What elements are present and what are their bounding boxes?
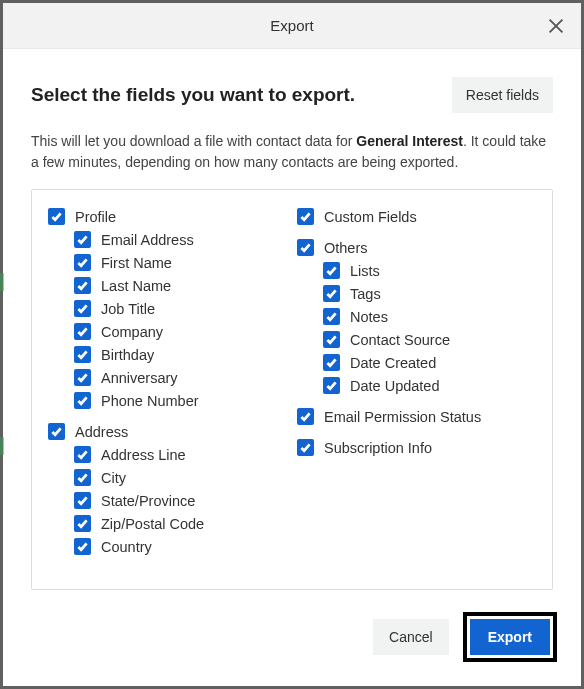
checkbox[interactable] <box>297 439 314 456</box>
field-group: Subscription Info <box>297 439 536 456</box>
reset-fields-button[interactable]: Reset fields <box>452 77 553 113</box>
decor-mark <box>0 437 4 455</box>
field-group: AddressAddress LineCityState/ProvinceZip… <box>48 423 287 555</box>
field-item: Country <box>48 538 287 555</box>
field-group-header: Others <box>297 239 536 256</box>
export-button[interactable]: Export <box>470 619 550 655</box>
field-item: City <box>48 469 287 486</box>
checkbox[interactable] <box>74 446 91 463</box>
field-item-label: Email Address <box>101 232 194 248</box>
checkbox[interactable] <box>74 392 91 409</box>
field-item-label: City <box>101 470 126 486</box>
checkbox[interactable] <box>323 262 340 279</box>
field-group-label: Email Permission Status <box>324 409 481 425</box>
field-item: Zip/Postal Code <box>48 515 287 532</box>
field-item-label: Date Created <box>350 355 436 371</box>
field-item-label: Company <box>101 324 163 340</box>
checkbox[interactable] <box>323 285 340 302</box>
dialog-footer: Cancel Export <box>3 598 581 686</box>
checkbox[interactable] <box>48 423 65 440</box>
field-item: Phone Number <box>48 392 287 409</box>
checkbox[interactable] <box>74 231 91 248</box>
field-group-label: Subscription Info <box>324 440 432 456</box>
checkbox[interactable] <box>74 346 91 363</box>
heading-row: Select the fields you want to export. Re… <box>31 77 553 113</box>
field-group-header: Custom Fields <box>297 208 536 225</box>
checkbox[interactable] <box>323 308 340 325</box>
field-item: Lists <box>297 262 536 279</box>
desc-bold: General Interest <box>356 133 463 149</box>
field-item: Company <box>48 323 287 340</box>
field-item: Date Created <box>297 354 536 371</box>
field-item: State/Province <box>48 492 287 509</box>
fields-col-right: Custom FieldsOthersListsTagsNotesContact… <box>297 208 536 569</box>
field-group-header: Address <box>48 423 287 440</box>
field-group-label: Custom Fields <box>324 209 417 225</box>
checkbox[interactable] <box>323 331 340 348</box>
field-item-label: Phone Number <box>101 393 199 409</box>
checkbox[interactable] <box>74 515 91 532</box>
checkbox[interactable] <box>74 254 91 271</box>
field-item-label: First Name <box>101 255 172 271</box>
field-group: Custom Fields <box>297 208 536 225</box>
dialog-heading: Select the fields you want to export. <box>31 84 355 106</box>
checkbox[interactable] <box>74 369 91 386</box>
field-item-label: Lists <box>350 263 380 279</box>
dialog-titlebar: Export <box>3 3 581 49</box>
field-item-label: State/Province <box>101 493 195 509</box>
close-icon <box>545 15 567 37</box>
field-item: First Name <box>48 254 287 271</box>
checkbox[interactable] <box>74 469 91 486</box>
field-item-label: Tags <box>350 286 381 302</box>
dialog-content: Select the fields you want to export. Re… <box>3 49 581 598</box>
checkbox[interactable] <box>74 492 91 509</box>
checkbox[interactable] <box>297 208 314 225</box>
field-item: Contact Source <box>297 331 536 348</box>
export-dialog: Export Select the fields you want to exp… <box>0 0 584 689</box>
field-item-label: Contact Source <box>350 332 450 348</box>
field-group-header: Profile <box>48 208 287 225</box>
field-item: Last Name <box>48 277 287 294</box>
field-item: Email Address <box>48 231 287 248</box>
field-group-header: Subscription Info <box>297 439 536 456</box>
fields-box: ProfileEmail AddressFirst NameLast NameJ… <box>31 189 553 590</box>
export-highlight: Export <box>463 612 557 662</box>
checkbox[interactable] <box>48 208 65 225</box>
cancel-button[interactable]: Cancel <box>373 619 449 655</box>
field-item-label: Birthday <box>101 347 154 363</box>
field-item: Address Line <box>48 446 287 463</box>
field-item-label: Zip/Postal Code <box>101 516 204 532</box>
field-item: Job Title <box>48 300 287 317</box>
field-item-label: Job Title <box>101 301 155 317</box>
field-item: Date Updated <box>297 377 536 394</box>
checkbox[interactable] <box>74 538 91 555</box>
field-item-label: Country <box>101 539 152 555</box>
dialog-title: Export <box>270 17 313 34</box>
decor-mark <box>0 273 4 291</box>
field-group-label: Profile <box>75 209 116 225</box>
field-group: ProfileEmail AddressFirst NameLast NameJ… <box>48 208 287 409</box>
dialog-description: This will let you download a file with c… <box>31 131 553 173</box>
field-item-label: Address Line <box>101 447 186 463</box>
field-item-label: Last Name <box>101 278 171 294</box>
field-group-label: Others <box>324 240 368 256</box>
close-button[interactable] <box>545 15 567 37</box>
field-group: OthersListsTagsNotesContact SourceDate C… <box>297 239 536 394</box>
field-group: Email Permission Status <box>297 408 536 425</box>
field-item: Tags <box>297 285 536 302</box>
checkbox[interactable] <box>74 300 91 317</box>
field-item: Notes <box>297 308 536 325</box>
checkbox[interactable] <box>323 377 340 394</box>
checkbox[interactable] <box>297 408 314 425</box>
field-item-label: Anniversary <box>101 370 178 386</box>
field-item: Anniversary <box>48 369 287 386</box>
fields-col-left: ProfileEmail AddressFirst NameLast NameJ… <box>48 208 287 569</box>
checkbox[interactable] <box>323 354 340 371</box>
checkbox[interactable] <box>297 239 314 256</box>
field-group-label: Address <box>75 424 128 440</box>
checkbox[interactable] <box>74 277 91 294</box>
desc-pre: This will let you download a file with c… <box>31 133 356 149</box>
field-item-label: Notes <box>350 309 388 325</box>
field-group-header: Email Permission Status <box>297 408 536 425</box>
checkbox[interactable] <box>74 323 91 340</box>
